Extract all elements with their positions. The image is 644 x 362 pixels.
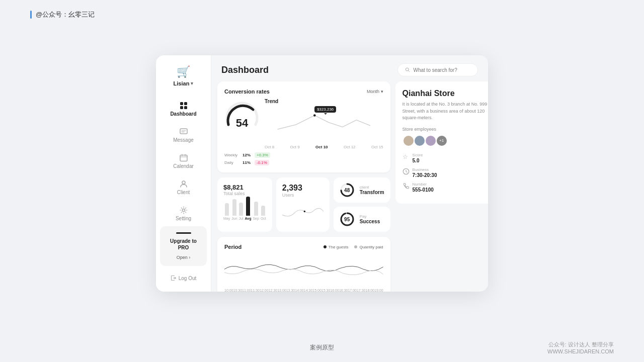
period-time-8: 13:30 xyxy=(286,289,295,292)
total-sales-card: $8,821 Total sales May Jun xyxy=(217,177,272,232)
period-dates: 10:00 10:30 11:00 11:30 12:00 12:30 13:0… xyxy=(224,289,383,292)
business-label: Business xyxy=(413,167,488,172)
conversion-title: Conversion rates xyxy=(224,88,270,95)
trend-date-1: Oct 8 xyxy=(265,145,274,149)
weekly-stat-row: Weekly 12% +0.3% xyxy=(224,152,383,158)
bar-sep: Sep xyxy=(253,202,259,220)
clock-icon xyxy=(403,168,410,175)
sidebar-username[interactable]: Lisian ▾ xyxy=(174,80,194,86)
business-hours: 7:30-20:30 xyxy=(413,172,488,178)
period-time-4: 11:30 xyxy=(251,289,260,292)
bar-may: May xyxy=(223,203,230,220)
dashboard-grid: Conversion rates Month ▾ 54 xyxy=(211,81,488,292)
period-time-17: 18:00 xyxy=(366,289,375,292)
trend-date-2: Oct 9 xyxy=(290,145,300,149)
sidebar-nav: Dashboard Message Calendar xyxy=(156,97,211,226)
watermark-bottom-center: 案例原型 xyxy=(310,343,334,352)
pay-value: 95 xyxy=(344,217,350,222)
period-time-15: 17:00 xyxy=(348,289,357,292)
legend-quantity: Quantity paid xyxy=(354,245,383,249)
header: Dashboard xyxy=(211,55,488,81)
store-name: Qianhai Store xyxy=(403,88,488,98)
gauge-number: 54 xyxy=(236,117,248,130)
svg-point-9 xyxy=(313,114,316,117)
trend-label: Trend xyxy=(265,99,383,104)
client-circle: 48 xyxy=(340,183,355,198)
bar-sep-label: Sep xyxy=(253,217,259,220)
daily-value: 11% xyxy=(243,160,251,165)
svg-rect-0 xyxy=(180,102,183,105)
setting-icon xyxy=(180,206,188,214)
period-time-16: 17:30 xyxy=(357,289,366,292)
sidebar: 🛒 Lisian ▾ Dashboard xyxy=(156,55,211,292)
period-legend: The guests Quantity paid xyxy=(324,245,383,249)
period-time-13: 16:00 xyxy=(330,289,339,292)
period-time-5: 12:00 xyxy=(260,289,269,292)
employee-avatars: +1 xyxy=(403,135,488,147)
business-row: Business 7:30-20:30 xyxy=(403,167,488,178)
conversion-stats: Weekly 12% +0.3% Daily 11% -0.1% xyxy=(224,152,383,165)
watermark-bottom-right: 公众号: 设计达人 整理分享 WWW.SHEJIDAREN.COM xyxy=(547,341,614,354)
period-time-10: 14:30 xyxy=(304,289,313,292)
daily-stat-row: Daily 11% -0.1% xyxy=(224,160,383,165)
bar-sep-bar xyxy=(254,202,258,216)
bar-aug-label: Avg xyxy=(245,217,251,220)
sidebar-item-dashboard[interactable]: Dashboard xyxy=(160,97,207,122)
svg-rect-3 xyxy=(184,106,187,109)
search-input[interactable] xyxy=(413,67,470,73)
quantity-dot xyxy=(354,245,357,248)
sidebar-item-client[interactable]: Client xyxy=(160,175,207,200)
watermark-top: @公众号：幺零三记 xyxy=(30,10,95,19)
legend-guests: The guests xyxy=(324,245,349,249)
number-label: Number xyxy=(413,182,488,187)
users-chart-svg xyxy=(282,198,324,225)
phone-content: Number 555-0100 xyxy=(413,182,488,193)
open-button[interactable]: Open › xyxy=(164,255,203,260)
logout-button[interactable]: Log Out xyxy=(167,271,201,285)
pay-circle: 95 xyxy=(340,212,355,227)
conversion-body: 54 Trend $323,236 xyxy=(224,99,383,149)
period-time-7: 13:00 xyxy=(277,289,286,292)
trend-area: Trend $323,236 Oct 8 Oct 9 xyxy=(265,99,383,149)
watermark-top-text: @公众号：幺零三记 xyxy=(36,10,95,19)
store-card: Qianhai Store It is located at the No. 3… xyxy=(395,81,488,292)
period-time-3: 11:00 xyxy=(242,289,251,292)
svg-point-12 xyxy=(293,213,295,214)
period-time-1: 10:00 xyxy=(224,289,233,292)
period-time-14: 16:30 xyxy=(339,289,348,292)
period-time-11: 15:00 xyxy=(312,289,321,292)
month-selector[interactable]: Month ▾ xyxy=(367,89,383,94)
svg-rect-1 xyxy=(184,102,187,105)
client-sublabel: Transform xyxy=(360,190,384,195)
pay-label: Pay xyxy=(360,214,380,219)
sales-bar-chart: May Jun Jul Avg xyxy=(223,200,266,220)
accent-bar xyxy=(30,11,32,19)
bar-jul-label: Jul xyxy=(239,217,244,220)
bar-jun-label: Jun xyxy=(231,217,237,220)
sidebar-item-calendar[interactable]: Calendar xyxy=(160,149,207,174)
weekly-label: Weekly xyxy=(224,153,238,157)
store-card-inner: Qianhai Store It is located at the No. 3… xyxy=(395,81,488,204)
conversion-card-header: Conversion rates Month ▾ xyxy=(224,88,383,95)
trend-tooltip: $323,236 xyxy=(314,106,336,113)
svg-rect-5 xyxy=(180,155,187,161)
score-row: ☆ Score 5.0 xyxy=(403,153,488,163)
sidebar-item-setting[interactable]: Setting xyxy=(160,201,207,226)
daily-label: Daily xyxy=(224,160,238,165)
bar-oct-label: Oct xyxy=(261,217,266,220)
period-time-18: 19:00 xyxy=(374,289,383,292)
users-count: 2,393 xyxy=(282,184,324,193)
score-label: Score xyxy=(413,153,488,157)
bar-jun: Jun xyxy=(231,199,237,220)
search-bar[interactable] xyxy=(397,63,478,76)
client-icon xyxy=(180,180,188,188)
message-icon xyxy=(180,128,188,136)
sales-label: Total sales xyxy=(223,191,266,196)
calendar-icon xyxy=(180,154,188,162)
bar-jul-bar xyxy=(239,203,243,216)
phone-number: 555-0100 xyxy=(413,187,488,193)
phone-row: Number 555-0100 xyxy=(403,182,488,193)
sidebar-item-message[interactable]: Message xyxy=(160,123,207,148)
avatar-count: +1 xyxy=(436,135,448,147)
client-value: 48 xyxy=(344,188,350,193)
